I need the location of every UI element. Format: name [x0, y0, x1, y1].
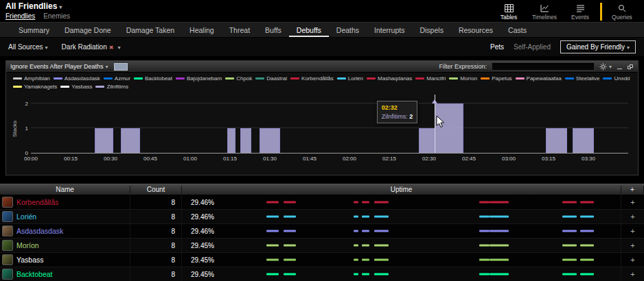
tab-dispels[interactable]: Dispels: [412, 23, 450, 37]
tab-healing[interactable]: Healing: [182, 23, 222, 37]
actor-name-cell[interactable]: Moríon: [0, 239, 130, 252]
uptime-segment: [580, 230, 594, 232]
tab-interrupts[interactable]: Interrupts: [367, 23, 412, 37]
actor-name[interactable]: Asdasdasdask: [16, 227, 63, 235]
subtab-friendlies[interactable]: Friendlies: [5, 12, 35, 20]
stack-area-segment: [573, 128, 594, 153]
legend-item-backtobeat[interactable]: Backtobeat: [134, 75, 172, 82]
table-row-korbend-ll-s[interactable]: Korbendållås829.46%+: [0, 195, 644, 210]
uptime-cell: 29.45%: [182, 267, 621, 281]
actor-name-cell[interactable]: Korbendållås: [0, 195, 130, 209]
legend-item-chpok[interactable]: Chpok: [225, 75, 252, 82]
x-tick-label: 02:15: [382, 156, 396, 162]
uptime-segment: [580, 273, 594, 276]
table-row-lori-n[interactable]: Lorién829.46%+: [0, 210, 644, 224]
minimize-icon[interactable]: [617, 64, 623, 70]
x-tick-label: 00:00: [24, 156, 38, 162]
legend-item-steelalive[interactable]: Steelalive: [565, 75, 600, 82]
filter-bar: All Sources▾ Dark Radiation✖▾ Pets Self-…: [0, 38, 644, 56]
table-row-yasbass[interactable]: Yasbass829.45%+: [0, 253, 644, 267]
legend-item-yasbass[interactable]: Yasbass: [60, 84, 92, 90]
x-tick-label: 03:00: [502, 156, 516, 162]
header-uptime[interactable]: Uptime: [182, 186, 621, 193]
view-events[interactable]: Events: [562, 3, 598, 21]
chart-plot[interactable]: 02:32 Zilnfitims: 2 012: [31, 95, 628, 154]
actor-name-cell[interactable]: Asdasdasdask: [0, 224, 130, 238]
legend-item-mashaqdanas[interactable]: Mashaqdanas: [367, 75, 412, 82]
tab-damage-done[interactable]: Damage Done: [57, 23, 119, 37]
table-row-backtobeat[interactable]: Backtobeat829.45%+: [0, 267, 644, 281]
uptime-cell: 29.46%: [182, 210, 621, 223]
actor-name-cell[interactable]: Lorién: [0, 210, 130, 223]
ability-filter-chip[interactable]: Dark Radiation✖▾: [62, 43, 121, 51]
actor-name[interactable]: Moríon: [16, 241, 39, 249]
death-filter-dropdown[interactable]: Ignore Events After Player Deaths▾: [10, 63, 108, 70]
tab-resources[interactable]: Resources: [451, 23, 501, 37]
header-count[interactable]: Count: [130, 186, 182, 193]
legend-item-yamaknagets[interactable]: Yamaknagets: [13, 84, 57, 90]
chevron-down-icon: ▾: [609, 64, 612, 70]
subtab-enemies[interactable]: Enemies: [43, 12, 70, 20]
uptime-segment: [354, 273, 359, 276]
y-tick-label: 2: [25, 100, 28, 106]
tab-debuffs[interactable]: Debuffs: [289, 23, 329, 37]
table-row-mor-on[interactable]: Moríon829.45%+: [0, 239, 644, 253]
chevron-down-icon: ▾: [627, 45, 630, 51]
legend-item-bajojdanebam[interactable]: Bajojdanebam: [176, 75, 222, 82]
tab-buffs[interactable]: Buffs: [257, 23, 289, 37]
chart-tooltip: 02:32 Zilnfitims: 2: [377, 101, 418, 123]
expand-row-button[interactable]: +: [621, 212, 644, 221]
tab-deaths[interactable]: Deaths: [329, 23, 367, 37]
actor-name-cell[interactable]: Backtobeat: [0, 267, 130, 281]
expand-row-button[interactable]: +: [621, 256, 644, 264]
view-tables[interactable]: Tables: [491, 3, 527, 21]
actor-name[interactable]: Korbendållås: [16, 198, 58, 206]
uptime-segment: [374, 201, 388, 204]
actor-name[interactable]: Lorién: [16, 212, 36, 221]
header-name[interactable]: Name: [0, 186, 130, 193]
expand-row-button[interactable]: +: [621, 198, 644, 206]
remove-filter-icon[interactable]: ✖: [109, 45, 114, 51]
tab-summary[interactable]: Summary: [11, 23, 57, 37]
gained-by-dropdown[interactable]: Gained By Friendly▾: [560, 40, 636, 53]
actor-name-cell[interactable]: Yasbass: [0, 253, 130, 267]
uptime-segment: [490, 230, 509, 232]
legend-item-unxdd[interactable]: Unxdd: [603, 75, 630, 82]
sources-dropdown[interactable]: All Sources▾: [8, 43, 48, 51]
chevron-down-icon: ▾: [117, 45, 120, 51]
legend-label: Steelalive: [576, 75, 600, 82]
view-timelines[interactable]: Timelines: [527, 3, 562, 21]
legend-item-lori-n[interactable]: Lorién: [337, 75, 363, 82]
legend-item-mancifri[interactable]: Mancifri: [415, 75, 446, 82]
legend-item-papetus[interactable]: Papetus: [481, 75, 511, 82]
gear-icon[interactable]: ▾: [599, 63, 612, 71]
legend-item-zilnfitims[interactable]: Zilnfitims: [95, 84, 128, 90]
legend-item-papewataafaa[interactable]: Papewataafaa: [516, 75, 562, 82]
self-applied-toggle[interactable]: Self-Applied: [514, 43, 551, 51]
count-cell: 8: [130, 210, 182, 223]
filter-expression-input[interactable]: [492, 62, 595, 71]
stack-area-segment: [419, 128, 435, 153]
legend-color-swatch: [176, 77, 185, 80]
expand-row-button[interactable]: +: [621, 241, 644, 249]
scope-dropdown[interactable]: All Friendlies▾: [5, 1, 76, 11]
series-color-swatch[interactable]: [114, 63, 128, 71]
table-row-asdasdasdask[interactable]: Asdasdasdask829.46%+: [0, 224, 644, 239]
view-queries[interactable]: Queries: [604, 3, 640, 21]
legend-item-daastral[interactable]: Daastral: [255, 75, 287, 82]
actor-name[interactable]: Backtobeat: [16, 270, 53, 278]
tab-damage-taken[interactable]: Damage Taken: [119, 23, 182, 37]
expand-row-button[interactable]: +: [621, 227, 644, 235]
legend-item-amphibian[interactable]: Amphibian: [13, 75, 50, 82]
legend-item-korbend-ll-s[interactable]: Korbendållås: [290, 75, 334, 82]
header-expand[interactable]: +: [621, 186, 644, 193]
legend-item-mor-on[interactable]: Moríon: [449, 75, 477, 82]
expand-row-button[interactable]: +: [621, 270, 644, 278]
popout-icon[interactable]: [628, 64, 634, 70]
legend-item-asdasdasdask[interactable]: Asdasdasdask: [54, 75, 100, 82]
actor-name[interactable]: Yasbass: [16, 256, 44, 264]
pets-toggle[interactable]: Pets: [490, 43, 504, 51]
tab-casts[interactable]: Casts: [501, 23, 534, 37]
legend-item-azmur[interactable]: Azmur: [104, 75, 130, 82]
tab-threat[interactable]: Threat: [222, 23, 257, 37]
